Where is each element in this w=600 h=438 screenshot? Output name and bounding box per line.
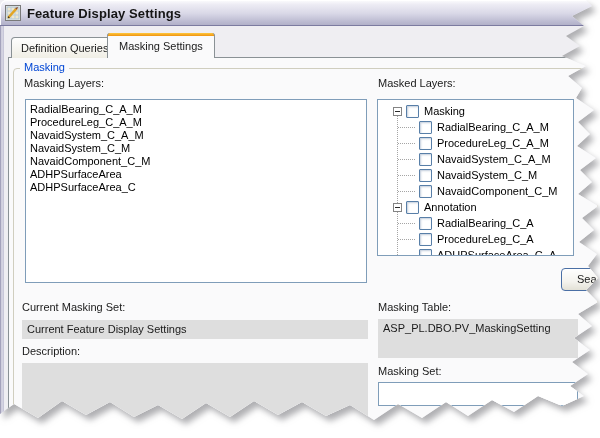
masking-table-label: Masking Table: [378,301,451,313]
tree-item-label[interactable]: RadialBearing_C_A_M [437,121,549,133]
tree-branch-connector [398,223,415,224]
tree-child-row: NavaidSystem_C_M [378,167,573,183]
tree-branch-connector [398,191,415,192]
tree-checkbox[interactable] [419,169,432,182]
tree-collapse-icon[interactable] [393,107,402,116]
tree-child-row: ADHPSurfaceArea_C_A [378,247,573,256]
window-frame-left [0,26,4,438]
masking-group-label: Masking [20,61,69,73]
tree-root-row: Annotation [378,199,573,215]
list-item[interactable]: ADHPSurfaceArea_C [26,181,366,194]
tree-checkbox[interactable] [419,249,432,257]
masking-set-input[interactable] [378,382,578,406]
window-title: Feature Display Settings [27,6,181,21]
tree-child-row: NavaidComponent_C_M [378,183,573,199]
tree-checkbox[interactable] [419,233,432,246]
tree-item-label[interactable]: ProcedureLeg_C_A_M [437,137,549,149]
tree-checkbox[interactable] [419,217,432,230]
masking-table-field: ASP_PL.DBO.PV_MaskingSetting [378,319,578,358]
tree-checkbox[interactable] [419,137,432,150]
tree-checkbox[interactable] [406,105,419,118]
tree-branch-connector [398,175,415,176]
tree-branch-connector [398,127,415,128]
tab-definition-queries[interactable]: Definition Queries [11,37,118,58]
list-item[interactable]: NavaidSystem_C_A_M [26,129,366,142]
list-item[interactable]: NavaidSystem_C_M [26,142,366,155]
tree-item-label[interactable]: ADHPSurfaceArea_C_A [437,249,556,256]
list-item[interactable]: ADHPSurfaceArea [26,168,366,181]
tree-rows-container: MaskingRadialBearing_C_A_MProcedureLeg_C… [378,103,573,255]
masked-layers-label: Masked Layers: [378,77,456,89]
current-masking-set-label: Current Masking Set: [22,301,125,313]
feature-display-settings-dialog: Feature Display Settings Definition Quer… [0,0,600,438]
tree-checkbox[interactable] [419,121,432,134]
list-item[interactable]: ProcedureLeg_C_A_M [26,116,366,129]
masked-layers-tree[interactable]: MaskingRadialBearing_C_A_MProcedureLeg_C… [377,99,574,256]
list-item[interactable]: NavaidComponent_C_M [26,155,366,168]
masking-layers-listbox[interactable]: RadialBearing_C_A_MProcedureLeg_C_A_MNav… [25,99,367,283]
current-masking-set-field: Current Feature Display Settings [22,320,368,339]
title-bar: Feature Display Settings [0,0,600,26]
description-label: Description: [22,345,80,357]
tree-child-row: RadialBearing_C_A [378,215,573,231]
search-button[interactable]: Sea [561,268,600,291]
tree-checkbox[interactable] [406,201,419,214]
torn-screenshot-wrapper: Feature Display Settings Definition Quer… [0,0,600,438]
tab-masking-settings[interactable]: Masking Settings [107,33,215,58]
tree-item-label[interactable]: NavaidSystem_C_M [437,169,537,181]
masking-layers-label: Masking Layers: [24,77,104,89]
tree-item-label[interactable]: NavaidSystem_C_A_M [437,153,551,165]
tree-checkbox[interactable] [419,185,432,198]
tree-branch-connector [398,159,415,160]
list-item[interactable]: RadialBearing_C_A_M [26,103,366,116]
tree-checkbox[interactable] [419,153,432,166]
feature-display-settings-icon [5,5,21,21]
tree-item-label[interactable]: RadialBearing_C_A [437,217,534,229]
tree-branch-connector [398,239,415,240]
tree-item-label[interactable]: Masking [424,105,465,117]
tree-child-row: RadialBearing_C_A_M [378,119,573,135]
tree-collapse-icon[interactable] [393,203,402,212]
tree-child-row: ProcedureLeg_C_A [378,231,573,247]
masking-set-label: Masking Set: [378,365,442,377]
tree-branch-connector [398,255,415,256]
tree-child-row: NavaidSystem_C_A_M [378,151,573,167]
tree-item-label[interactable]: Annotation [424,201,477,213]
tree-child-row: ProcedureLeg_C_A_M [378,135,573,151]
tree-item-label[interactable]: NavaidComponent_C_M [437,185,557,197]
tree-root-row: Masking [378,103,573,119]
tree-item-label[interactable]: ProcedureLeg_C_A [437,233,534,245]
tree-branch-connector [398,143,415,144]
description-field [22,363,368,420]
